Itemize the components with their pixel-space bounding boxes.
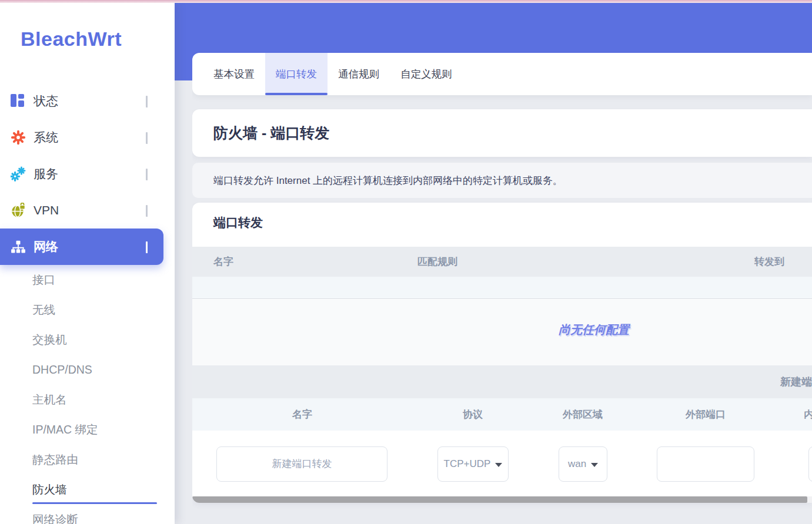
column-header-forward-to: 转发到 bbox=[754, 247, 784, 277]
create-section-title: 新建端口转发 bbox=[192, 365, 812, 398]
external-zone-value: wan bbox=[568, 458, 586, 470]
create-form-row: TCP+UDP wan bbox=[192, 431, 812, 496]
tab-general-settings[interactable]: 基本设置 bbox=[203, 53, 265, 95]
rules-table-empty-row bbox=[192, 277, 812, 299]
dropdown-caret-icon bbox=[591, 463, 598, 467]
external-port-input[interactable] bbox=[657, 446, 754, 482]
dashboard-icon bbox=[11, 93, 26, 109]
sidebar-item-label: VPN bbox=[34, 203, 59, 217]
sidebar-menu: 状态 系统 bbox=[0, 83, 175, 265]
internal-zone-input[interactable] bbox=[808, 446, 812, 482]
horizontal-scrollbar[interactable] bbox=[192, 496, 812, 503]
gears-icon bbox=[11, 166, 26, 182]
chevron-down-icon bbox=[146, 241, 148, 252]
globe-lock-icon bbox=[11, 203, 26, 218]
rules-table-empty-zone: 尚无任何配置 bbox=[192, 300, 812, 365]
section-title: 端口转发 bbox=[213, 214, 263, 231]
sidebar-item-label: 服务 bbox=[34, 166, 58, 182]
name-input[interactable] bbox=[216, 446, 387, 482]
protocol-select-value: TCP+UDP bbox=[444, 458, 491, 470]
sidebar-item-firewall[interactable]: 防火墙 bbox=[0, 475, 175, 505]
protocol-select[interactable]: TCP+UDP bbox=[437, 446, 509, 482]
form-column-internal-zone: 内部区域 bbox=[777, 398, 812, 431]
tab-traffic-rules[interactable]: 通信规则 bbox=[328, 53, 390, 95]
sidebar-item-services[interactable]: 服务 bbox=[0, 156, 175, 192]
sidebar: BleachWrt 状态 bbox=[0, 3, 175, 524]
scrollbar-thumb[interactable] bbox=[192, 496, 807, 503]
sidebar-item-diagnostics[interactable]: 网络诊断 bbox=[0, 505, 175, 524]
create-form-header: 名字 协议 外部区域 外部端口 内部区域 bbox=[192, 398, 812, 431]
chevron-right-icon bbox=[146, 169, 148, 179]
page-title-card: 防火墙 - 端口转发 bbox=[192, 109, 812, 157]
form-column-external-port: 外部端口 bbox=[659, 398, 753, 431]
tab-custom-rules[interactable]: 自定义规则 bbox=[390, 53, 463, 95]
chevron-right-icon bbox=[146, 205, 148, 216]
loading-progress-strip bbox=[0, 0, 812, 3]
sidebar-item-network[interactable]: 网络 bbox=[0, 229, 163, 265]
column-header-match: 匹配规则 bbox=[417, 247, 457, 277]
create-section-row: 新建端口转发 bbox=[192, 365, 812, 398]
sidebar-item-vpn[interactable]: VPN bbox=[0, 192, 175, 229]
tab-port-forwards[interactable]: 端口转发 bbox=[265, 53, 328, 95]
empty-state-text: 尚无任何配置 bbox=[192, 322, 812, 338]
page-description: 端口转发允许 Internet 上的远程计算机连接到内部网络中的特定计算机或服务… bbox=[213, 174, 563, 187]
sidebar-submenu-network: 接口 无线 交换机 DHCP/DNS 主机名 IP/MAC 绑定 静态路由 防火… bbox=[0, 265, 175, 524]
chevron-right-icon bbox=[146, 132, 148, 143]
sidebar-item-wireless[interactable]: 无线 bbox=[0, 295, 175, 325]
page-title: 防火墙 - 端口转发 bbox=[213, 123, 329, 143]
gear-icon bbox=[11, 130, 26, 145]
form-column-protocol: 协议 bbox=[426, 398, 520, 431]
sidebar-item-label: 系统 bbox=[34, 129, 58, 146]
tab-bar: 基本设置 端口转发 通信规则 自定义规则 bbox=[192, 53, 812, 95]
sitemap-icon bbox=[11, 239, 26, 254]
form-column-name: 名字 bbox=[255, 398, 349, 431]
sidebar-item-switch[interactable]: 交换机 bbox=[0, 325, 175, 355]
rules-table-header: 名字 匹配规则 转发到 bbox=[192, 247, 812, 277]
main-content: 基本设置 端口转发 通信规则 自定义规则 防火墙 - 端口转发 端口转发允许 I… bbox=[192, 0, 812, 524]
sidebar-item-label: 网络 bbox=[34, 239, 58, 255]
sidebar-item-label: 状态 bbox=[34, 93, 58, 109]
sidebar-item-static-routes[interactable]: 静态路由 bbox=[0, 445, 175, 475]
form-column-external-zone: 外部区域 bbox=[536, 398, 630, 431]
sidebar-item-hostnames[interactable]: 主机名 bbox=[0, 385, 175, 415]
sidebar-item-dhcp-dns[interactable]: DHCP/DNS bbox=[0, 355, 175, 385]
sidebar-item-ip-mac-binding[interactable]: IP/MAC 绑定 bbox=[0, 415, 175, 445]
dropdown-caret-icon bbox=[495, 463, 502, 467]
chevron-right-icon bbox=[146, 96, 148, 106]
external-zone-select[interactable]: wan bbox=[559, 446, 607, 482]
port-forwards-card: 端口转发 名字 匹配规则 转发到 尚无任何配置 新建端口转发 名字 协议 外部区… bbox=[192, 203, 812, 503]
sidebar-item-status[interactable]: 状态 bbox=[0, 83, 175, 119]
page-description-card: 端口转发允许 Internet 上的远程计算机连接到内部网络中的特定计算机或服务… bbox=[192, 163, 812, 198]
sidebar-item-system[interactable]: 系统 bbox=[0, 119, 175, 156]
brand-logo[interactable]: BleachWrt bbox=[21, 28, 122, 51]
sidebar-item-interfaces[interactable]: 接口 bbox=[0, 265, 175, 295]
column-header-name: 名字 bbox=[213, 247, 233, 277]
app-window: BleachWrt 状态 bbox=[0, 0, 812, 524]
